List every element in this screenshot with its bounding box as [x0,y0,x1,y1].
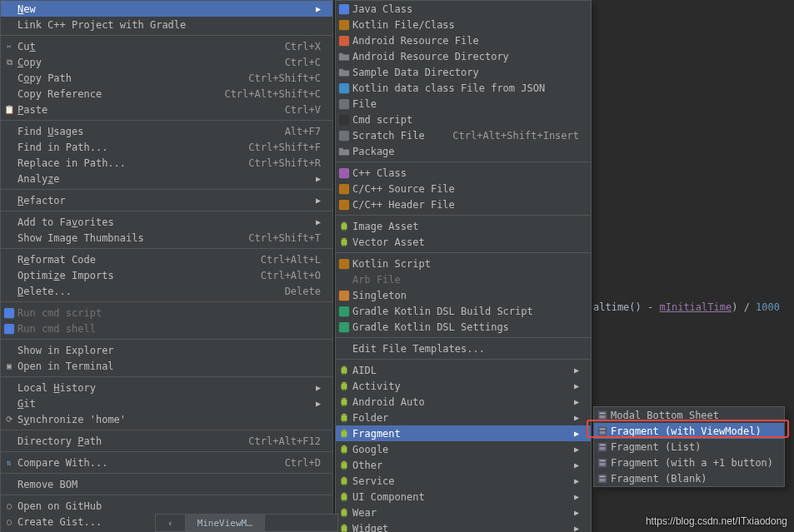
menu-item-label: Service [352,475,569,487]
editor-tabbar: ‹ MineViewM… [155,514,338,532]
new-item-service[interactable]: Service▶ [336,473,591,489]
svg-rect-4 [339,35,349,45]
new-item-widget[interactable]: Widget▶ [336,520,591,532]
context-item-delete[interactable]: Delete...Delete [1,283,332,299]
s-icon [337,167,351,180]
context-item-synchronize-home[interactable]: ⟳Synchronize 'home' [1,411,332,427]
sync-icon: ⟳ [2,413,16,426]
context-item-remove-bom[interactable]: Remove BOM [1,476,332,492]
new-item-activity[interactable]: Activity▶ [336,378,591,394]
menu-separator [336,359,591,360]
submenu-arrow-icon: ▶ [316,196,321,205]
tab-scroll-left[interactable]: ‹ [156,515,186,531]
context-item-directory-path[interactable]: Directory PathCtrl+Alt+F12 [1,433,332,449]
svg-point-40 [342,525,343,525]
menu-item-label: C/C++ Source File [352,183,579,195]
context-item-optimize-imports[interactable]: Optimize ImportsCtrl+Alt+O [1,267,332,283]
context-item-compare-with[interactable]: ⇅Compare With...Ctrl+D [1,455,332,470]
submenu-arrow-icon: ▶ [316,217,321,226]
context-item-new[interactable]: New▶ [1,1,332,17]
context-item-open-on-github[interactable]: ◯Open on GitHub [1,498,332,514]
submenu-arrow-icon: ▶ [316,4,321,13]
new-item-sample-data-directory[interactable]: Sample Data Directory [336,64,591,80]
gh-icon: ◯ [2,515,16,529]
menu-item-label: Reformat Code [17,254,249,266]
context-item-refactor[interactable]: Refactor▶ [1,192,332,208]
menu-item-label: Open in Terminal [17,360,321,372]
context-item-find-usages[interactable]: Find UsagesAlt+F7 [1,123,332,139]
context-item-copy[interactable]: ⧉CopyCtrl+C [1,54,332,70]
svg-rect-9 [339,167,349,177]
context-item-open-in-terminal[interactable]: ▣Open in Terminal [1,358,332,374]
new-item-singleton[interactable]: Singleton [336,287,591,303]
context-item-show-image-thumbnails[interactable]: Show Image ThumbnailsCtrl+Shift+T [1,230,332,246]
context-item-analyze[interactable]: Analyze▶ [1,171,332,186]
context-item-copy-reference[interactable]: Copy ReferenceCtrl+Alt+Shift+C [1,86,332,102]
menu-item-label: Other [352,460,569,471]
new-item-fragment[interactable]: Fragment▶ [336,425,591,441]
new-item-kotlin-script[interactable]: Kotlin Script [336,256,591,271]
new-item-package[interactable]: Package [336,143,591,159]
context-item-paste[interactable]: 📋PasteCtrl+V [1,102,332,117]
menu-separator [336,215,591,216]
menu-item-label: Git [17,398,311,410]
svg-rect-6 [339,98,349,108]
new-item-wear[interactable]: Wear▶ [336,505,591,520]
new-item-gradle-kotlin-dsl-build-script[interactable]: Gradle Kotlin DSL Build Script [336,303,591,319]
menu-item-label: Remove BOM [17,479,321,490]
new-item-vector-asset[interactable]: Vector Asset [336,234,591,250]
fragment-item-fragment-list[interactable]: Fragment (List) [594,439,784,455]
menu-item-label: Show in Explorer [17,345,321,356]
context-item-local-history[interactable]: Local History▶ [1,380,332,395]
new-item-c-c-source-file[interactable]: C/C++ Source File [336,181,591,196]
new-item-android-resource-directory[interactable]: Android Resource Directory [336,48,591,64]
context-menu-main: New▶Link C++ Project with Gradle✂CutCtrl… [0,0,333,532]
new-item-file[interactable]: File [336,96,591,112]
new-item-aidl[interactable]: AIDL▶ [336,362,591,378]
fragment-item-fragment-with-a-1-button[interactable]: Fragment (with a +1 button) [594,455,784,470]
menu-item-label: Copy Reference [17,88,212,100]
context-item-add-to-favorites[interactable]: Add to Favorites▶ [1,214,332,230]
new-item-edit-file-templates[interactable]: Edit File Templates... [336,341,591,356]
svg-rect-7 [339,114,349,124]
fragment-item-fragment-blank[interactable]: Fragment (Blank) [594,470,784,486]
menu-item-label: Singleton [352,290,579,301]
new-item-ui-component[interactable]: UI Component▶ [336,489,591,505]
context-item-show-in-explorer[interactable]: Show in Explorer [1,342,332,358]
context-item-copy-path[interactable]: Copy PathCtrl+Shift+C [1,70,332,86]
new-item-gradle-kotlin-dsl-settings[interactable]: Gradle Kotlin DSL Settings [336,319,591,335]
context-item-cut[interactable]: ✂CutCtrl+X [1,38,332,54]
svg-rect-16 [339,258,349,268]
new-item-c-class[interactable]: C++ Class [336,165,591,181]
new-item-android-auto[interactable]: Android Auto▶ [336,394,591,410]
editor-tab-active[interactable]: MineViewM… [186,515,265,531]
context-item-find-in-path[interactable]: Find in Path...Ctrl+Shift+F [1,139,332,155]
context-item-git[interactable]: Git▶ [1,395,332,411]
new-item-cmd-script[interactable]: Cmd script [336,112,591,127]
new-item-scratch-file[interactable]: Scratch FileCtrl+Alt+Shift+Insert [336,127,591,143]
android-icon [337,506,351,520]
context-item-replace-in-path[interactable]: Replace in Path...Ctrl+Shift+R [1,155,332,171]
new-item-folder[interactable]: Folder▶ [336,410,591,425]
menu-item-shortcut: Ctrl+Shift+C [237,72,321,84]
editor-code-fragment: altime() - mInitialTime) / 1000 [593,301,780,313]
menu-item-label: Arb File [352,274,579,286]
menu-item-label: Fragment (with a +1 button) [611,457,773,469]
submenu-fragment: Modal Bottom SheetFragment (with ViewMod… [593,406,785,487]
menu-item-shortcut: Alt+F7 [273,126,321,137]
android-icon [337,490,351,504]
android-icon [337,364,351,377]
new-item-c-c-header-file[interactable]: C/C++ Header File [336,196,591,212]
new-item-java-class[interactable]: Java Class [336,1,591,17]
new-item-other[interactable]: Other▶ [336,457,591,473]
svg-rect-17 [339,290,349,300]
new-item-kotlin-file-class[interactable]: Kotlin File/Class [336,17,591,32]
new-item-google[interactable]: Google▶ [336,441,591,457]
new-item-image-asset[interactable]: Image Asset [336,218,591,234]
new-item-kotlin-data-class-file-from-json[interactable]: Kotlin data class File from JSON [336,80,591,96]
context-item-reformat-code[interactable]: Reformat CodeCtrl+Alt+L [1,251,332,267]
android-icon [337,475,351,488]
context-item-link-c-project-with-gradle[interactable]: Link C++ Project with Gradle [1,17,332,32]
menu-separator [1,189,332,190]
new-item-android-resource-file[interactable]: Android Resource File [336,32,591,48]
